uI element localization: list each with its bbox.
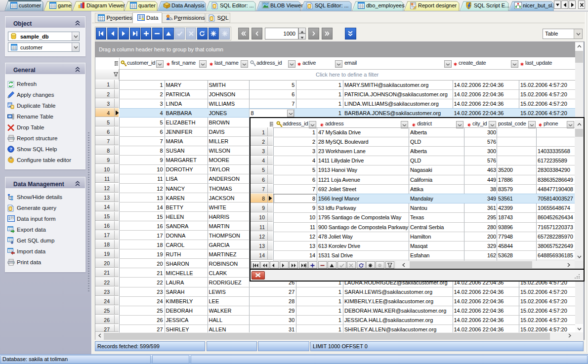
svg-text:?: ? xyxy=(9,146,12,152)
